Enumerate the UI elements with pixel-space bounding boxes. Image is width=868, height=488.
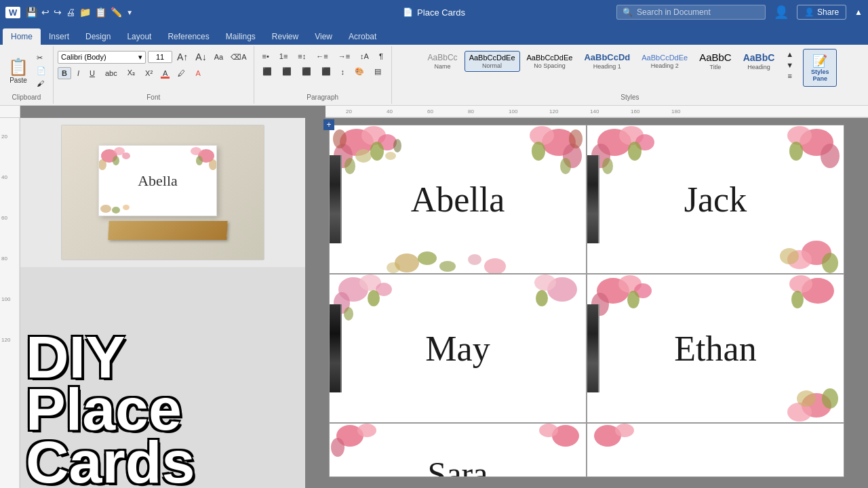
redo-icon[interactable]: ↪ xyxy=(54,7,62,18)
style-heading-extra[interactable]: AaBbC Heading xyxy=(738,49,780,73)
highlight-button[interactable]: 🖊 xyxy=(174,67,189,79)
thumbnail-card-base xyxy=(108,221,227,240)
justify-button[interactable]: ⬛ xyxy=(317,65,335,78)
italic-button[interactable]: I xyxy=(73,67,83,79)
main-area: 20 40 60 80 100 120 xyxy=(0,118,868,488)
tab-layout[interactable]: Layout xyxy=(119,28,159,45)
borders-button[interactable]: ▤ xyxy=(370,65,385,78)
card4-name: Ethan xyxy=(674,329,756,369)
search-input[interactable] xyxy=(637,7,760,17)
style-normal[interactable]: AaBbCcDdEe Normal xyxy=(465,51,520,72)
diy-line2: Place Cards xyxy=(26,375,195,488)
tab-insert[interactable]: Insert xyxy=(41,28,77,45)
document: + xyxy=(329,125,844,477)
font-name-dropdown[interactable]: Calibri (Body) ▾ xyxy=(58,51,146,64)
styles-scroll-up[interactable]: ▲ xyxy=(783,49,796,60)
style-heading1-label: Heading 1 xyxy=(593,63,621,70)
tab-review[interactable]: Review xyxy=(264,28,307,45)
copy-button[interactable]: 📄 xyxy=(34,65,49,77)
align-left-button[interactable]: ⬛ xyxy=(258,65,276,78)
align-right-button[interactable]: ⬛ xyxy=(298,65,315,78)
svg-point-50 xyxy=(439,261,456,272)
user-account-icon[interactable]: 👤 xyxy=(774,5,789,20)
tab-view[interactable]: View xyxy=(307,28,340,45)
vert-ruler-svg: 20 40 60 80 100 120 xyxy=(0,118,20,488)
line-spacing-button[interactable]: ↕ xyxy=(337,66,349,78)
styles-more[interactable]: ≡ xyxy=(785,70,795,81)
style-heading1[interactable]: AaBbCcDd Heading 1 xyxy=(579,49,635,73)
decrease-indent-button[interactable]: ←≡ xyxy=(312,50,332,62)
paste-label: Paste xyxy=(9,77,27,84)
bullets-button[interactable]: ≡• xyxy=(258,50,273,62)
svg-point-52 xyxy=(468,254,481,265)
show-marks-button[interactable]: ¶ xyxy=(375,50,387,62)
card4-feather-left xyxy=(587,304,599,393)
ribbon-collapse-icon[interactable]: ▲ xyxy=(854,7,863,17)
tab-design[interactable]: Design xyxy=(77,28,119,45)
style-name[interactable]: AaBbCc Name xyxy=(423,50,462,73)
touch-icon[interactable]: ✏️ xyxy=(111,7,122,18)
bold-button[interactable]: B xyxy=(58,67,71,79)
style-heading2[interactable]: AaBbCcDdEe Heading 2 xyxy=(637,51,692,72)
style-title[interactable]: AaBbC Title xyxy=(694,49,736,73)
font-shrink-button[interactable]: A↓ xyxy=(193,50,209,64)
customize-qa-icon[interactable]: ▼ xyxy=(126,9,133,16)
print-icon[interactable]: 🖨 xyxy=(66,7,75,18)
card-jack[interactable]: Jack xyxy=(587,125,844,274)
font-size-box[interactable]: 11 xyxy=(148,51,172,63)
format-painter-icon: 🖌 xyxy=(37,79,44,87)
undo-icon[interactable]: ↩ xyxy=(41,7,50,18)
open-icon[interactable]: 📁 xyxy=(79,7,91,18)
tab-home[interactable]: Home xyxy=(3,28,41,45)
superscript-button[interactable]: X² xyxy=(141,67,157,79)
svg-point-53 xyxy=(484,258,506,273)
underline-button[interactable]: U xyxy=(85,67,99,79)
clipboard-icon[interactable]: 📋 xyxy=(95,7,106,18)
increase-indent-button[interactable]: →≡ xyxy=(334,50,354,62)
doc-area: + xyxy=(305,118,868,488)
sort-button[interactable]: ↕A xyxy=(356,50,373,62)
save-icon[interactable]: 💾 xyxy=(26,7,37,18)
bold-label: B xyxy=(62,69,67,77)
svg-text:120: 120 xyxy=(549,108,559,115)
card-ethan[interactable]: Ethan xyxy=(587,274,844,423)
ruler-corner xyxy=(0,106,20,118)
card-partial-right[interactable] xyxy=(587,423,844,477)
format-painter-button[interactable]: 🖌 xyxy=(34,78,49,89)
diy-title-text: DIY Place Cards xyxy=(26,331,305,488)
font-color-button[interactable]: A xyxy=(191,67,204,79)
numbering-button[interactable]: 1≡ xyxy=(275,50,292,62)
place-cards-grid: Abella xyxy=(329,125,844,423)
thumbnail-floral-bl xyxy=(99,195,146,216)
search-bar[interactable]: 🔍 xyxy=(616,5,766,20)
text-color-button[interactable]: A xyxy=(159,67,172,79)
clear-format-button[interactable]: ⌫A xyxy=(228,52,249,63)
tab-mailings[interactable]: Mailings xyxy=(218,28,264,45)
share-button[interactable]: 👤 Share xyxy=(797,5,846,20)
change-case-button[interactable]: Aa xyxy=(212,52,226,62)
svg-point-95 xyxy=(615,424,634,437)
tab-references[interactable]: References xyxy=(159,28,217,45)
svg-point-45 xyxy=(569,129,583,148)
strikethrough-button[interactable]: abc xyxy=(101,67,121,79)
table-move-handle[interactable]: + xyxy=(323,119,334,130)
style-no-spacing[interactable]: AaBbCcDdEe No Spacing xyxy=(522,51,578,72)
svg-text:180: 180 xyxy=(671,108,681,115)
align-center-button[interactable]: ⬛ xyxy=(278,65,296,78)
paragraph-row-top: ≡• 1≡ ≡↕ ←≡ →≡ ↕A ¶ xyxy=(258,50,387,62)
tab-acrobat[interactable]: Acrobat xyxy=(340,28,384,45)
card-may[interactable]: May xyxy=(329,274,587,423)
subscript-button[interactable]: X₂ xyxy=(123,66,139,79)
styles-scroll-down[interactable]: ▼ xyxy=(783,60,796,70)
svg-point-81 xyxy=(627,291,639,308)
font-grow-button[interactable]: A↑ xyxy=(174,50,191,64)
card-abella[interactable]: Abella xyxy=(329,125,587,274)
multilevel-button[interactable]: ≡↕ xyxy=(294,50,310,62)
svg-point-88 xyxy=(797,390,816,407)
styles-pane-button[interactable]: 📝 StylesPane xyxy=(803,49,837,87)
word-logo-small: 📄 xyxy=(403,7,413,17)
paste-button[interactable]: 📋 Paste xyxy=(4,55,33,87)
cut-button[interactable]: ✂ xyxy=(34,52,49,64)
card-partial-left[interactable]: Sara xyxy=(329,423,587,477)
shading-button[interactable]: 🎨 xyxy=(351,65,368,78)
